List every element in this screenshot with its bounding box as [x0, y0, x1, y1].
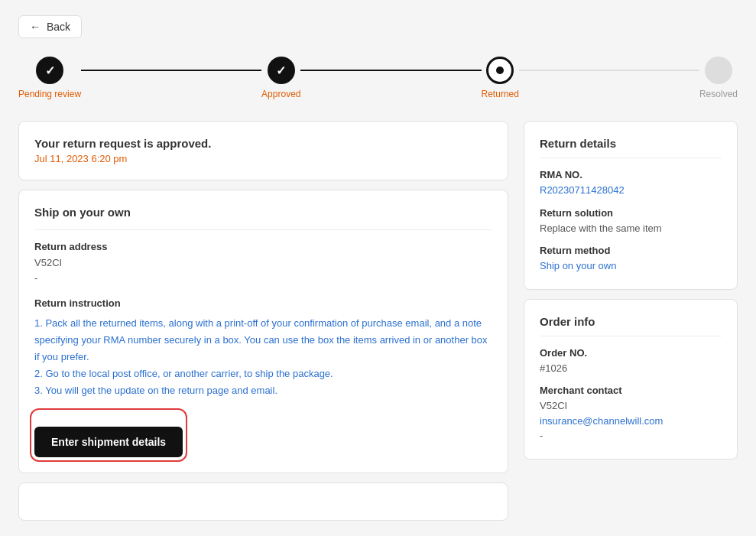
return-details-title: Return details: [540, 137, 722, 158]
approval-title: Your return request is approved.: [34, 137, 492, 150]
approval-card: Your return request is approved. Jul 11,…: [18, 121, 508, 180]
enter-shipment-button[interactable]: Enter shipment details: [34, 427, 183, 457]
order-number-row: Order NO. #1026: [540, 347, 722, 376]
connector-3: [519, 70, 699, 71]
merchant-label: Merchant contact: [540, 385, 722, 396]
merchant-name: V52CI: [540, 398, 722, 414]
step-resolved: Resolved: [699, 57, 738, 99]
order-number-label: Order NO.: [540, 347, 722, 359]
step-label-resolved: Resolved: [699, 89, 738, 99]
bottom-placeholder-card: [18, 482, 508, 521]
merchant-extra: -: [540, 428, 722, 443]
instruction-text: 1. Pack all the returned items, along wi…: [34, 315, 492, 399]
rma-value: R20230711428042: [540, 183, 722, 198]
merchant-email: insurance@channelwill.com: [540, 414, 722, 429]
instruction-line-1: 1. Pack all the returned items, along wi…: [34, 317, 488, 362]
rma-row: RMA NO. R20230711428042: [540, 169, 722, 198]
enter-shipment-label: Enter shipment details: [51, 436, 166, 448]
step-label-returned: Returned: [482, 89, 519, 99]
order-info-card: Order info Order NO. #1026 Merchant cont…: [524, 299, 738, 460]
return-details-card: Return details RMA NO. R20230711428042 R…: [524, 121, 738, 290]
step-circle-approved: ✓: [268, 57, 295, 84]
method-label: Return method: [540, 245, 722, 256]
order-info-title: Order info: [540, 315, 722, 336]
method-row: Return method Ship on your own: [540, 245, 722, 274]
merchant-row: Merchant contact V52CI insurance@channel…: [540, 385, 722, 443]
solution-value: Replace with the same item: [540, 221, 722, 236]
rma-label: RMA NO.: [540, 169, 722, 180]
connector-1: [81, 70, 261, 71]
address-line2: -: [34, 271, 492, 286]
step-returned: Returned: [482, 57, 519, 99]
step-label-pending: Pending review: [18, 89, 81, 99]
step-circle-resolved: [705, 57, 732, 84]
instruction-line-3: 3. You will get the update on the return…: [34, 385, 277, 396]
step-label-approved: Approved: [261, 89, 300, 99]
order-number-value: #1026: [540, 361, 722, 376]
address-section: Return address V52CI -: [34, 241, 492, 285]
approval-date: Jul 11, 2023 6:20 pm: [34, 153, 492, 164]
ship-header: Ship on your own: [34, 206, 492, 230]
right-column: Return details RMA NO. R20230711428042 R…: [524, 121, 738, 460]
address-line1: V52CI: [34, 255, 492, 271]
instruction-line-2: 2. Go to the local post office, or anoth…: [34, 368, 333, 379]
back-button[interactable]: ← Back: [18, 15, 82, 38]
method-value: Ship on your own: [540, 258, 722, 274]
address-label: Return address: [34, 241, 492, 252]
ship-card: Ship on your own Return address V52CI - …: [18, 190, 508, 473]
instruction-label: Return instruction: [34, 297, 492, 309]
step-circle-returned: [486, 57, 514, 84]
step-pending-review: ✓ Pending review: [18, 57, 81, 99]
step-circle-pending: ✓: [36, 57, 63, 84]
connector-2: [300, 70, 481, 71]
back-button-label: Back: [47, 21, 70, 33]
left-column: Your return request is approved. Jul 11,…: [18, 121, 508, 521]
main-layout: Your return request is approved. Jul 11,…: [18, 121, 738, 521]
instruction-section: Return instruction 1. Pack all the retur…: [34, 297, 492, 399]
solution-row: Return solution Replace with the same it…: [540, 207, 722, 236]
solution-label: Return solution: [540, 207, 722, 219]
step-approved: ✓ Approved: [261, 57, 300, 99]
stepper: ✓ Pending review ✓ Approved Returned Res…: [18, 57, 738, 99]
back-arrow-icon: ←: [30, 21, 41, 33]
